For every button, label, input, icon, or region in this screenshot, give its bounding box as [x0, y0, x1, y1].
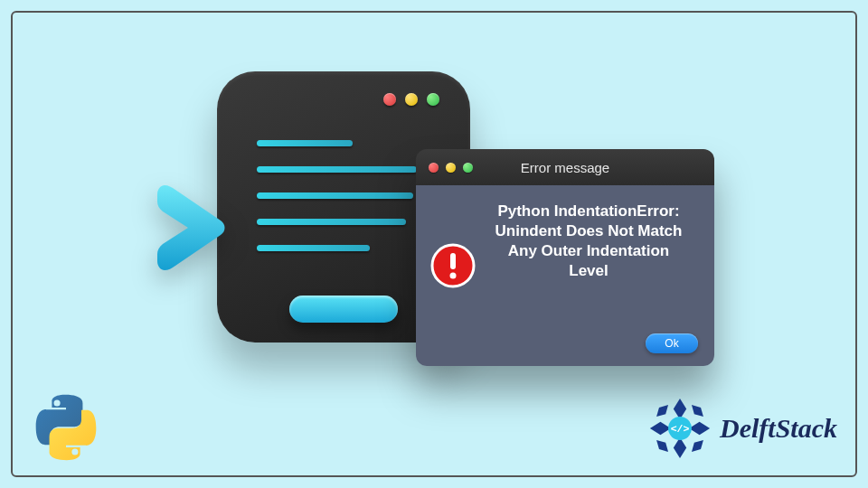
code-line	[257, 140, 353, 146]
minimize-dot-icon	[405, 93, 418, 106]
svg-point-2	[450, 273, 457, 279]
svg-text:</>: </>	[671, 423, 690, 435]
dialog-header: Error message	[416, 149, 714, 185]
error-message-text: Python IndentationError: Unindent Does N…	[486, 202, 698, 281]
alert-icon	[430, 243, 476, 288]
code-lines	[257, 140, 430, 251]
code-line	[257, 192, 413, 199]
python-logo-icon	[31, 392, 101, 463]
code-line	[257, 219, 406, 225]
prompt-chevron-icon	[154, 178, 235, 277]
traffic-lights	[383, 93, 439, 106]
dialog-body: Python IndentationError: Unindent Does N…	[416, 185, 714, 366]
ok-button[interactable]: Ok	[646, 333, 698, 353]
code-line	[257, 166, 417, 173]
bottom-pill-icon	[289, 296, 398, 323]
delftstack-mark-icon: </>	[647, 396, 712, 461]
maximize-dot-icon	[427, 93, 439, 106]
svg-rect-1	[450, 253, 456, 269]
ok-button-label: Ok	[665, 337, 678, 350]
code-line	[257, 245, 370, 251]
close-dot-icon	[383, 93, 396, 106]
illustration-stage: Error message Python IndentationError: U…	[181, 71, 687, 397]
dialog-title: Error message	[416, 160, 714, 175]
error-dialog: Error message Python IndentationError: U…	[416, 149, 714, 366]
brand: </> DelftStack	[647, 396, 837, 461]
brand-name: DelftStack	[720, 413, 837, 444]
